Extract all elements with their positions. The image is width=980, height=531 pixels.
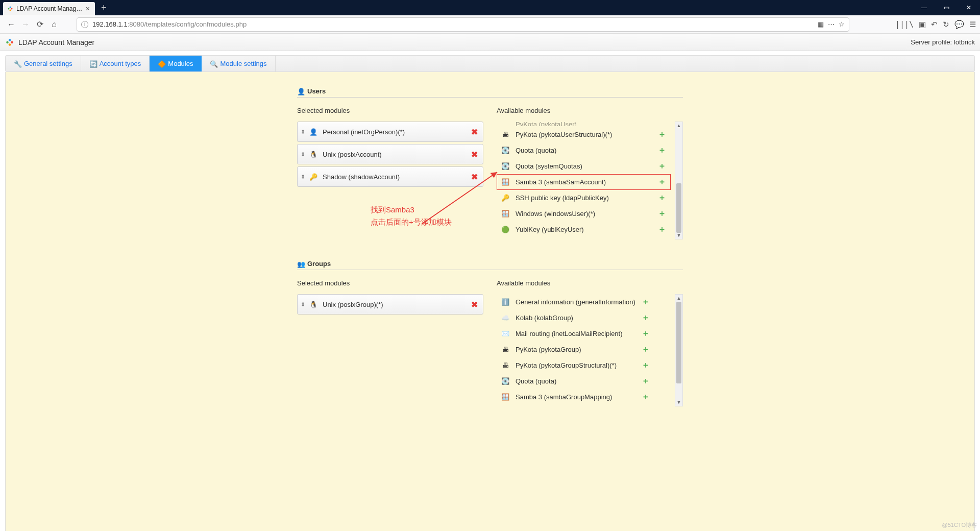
available-module-item[interactable]: 💽Quota (quota)＋ (497, 142, 671, 158)
server-profile-label: Server profile: lotbrick (911, 38, 975, 46)
drag-handle-icon[interactable]: ⇕ (301, 302, 305, 306)
bookmark-icon[interactable]: ☆ (839, 20, 845, 28)
refresh-icon[interactable]: ↻ (943, 20, 949, 29)
home-button[interactable]: ⌂ (47, 17, 61, 32)
refresh-blue-icon: 🔄 (89, 60, 96, 67)
user-section-icon: 👤 (297, 88, 304, 95)
groups-available-scrollbar[interactable]: ▲ ▼ (675, 294, 683, 406)
groups-section: 👥 Groups Selected modules ⇕🐧Unix (posixG… (297, 260, 683, 406)
new-tab-button[interactable]: + (101, 3, 107, 13)
menu-icon[interactable]: ☰ (969, 20, 976, 29)
add-module-button[interactable]: ＋ (658, 129, 667, 140)
scroll-thumb[interactable] (676, 302, 681, 383)
remove-module-button[interactable]: ✖ (471, 127, 478, 137)
minimize-button[interactable]: — (913, 0, 935, 15)
add-module-button[interactable]: ＋ (658, 145, 667, 156)
users-available-scrollbar[interactable]: ▲ ▼ (675, 122, 683, 239)
remove-module-button[interactable]: ✖ (471, 150, 478, 159)
sidebar-icon[interactable]: ▣ (919, 20, 926, 29)
more-icon[interactable]: ⋯ (828, 20, 835, 28)
available-module-item[interactable]: 🪟Samba 3 (sambaSamAccount)＋ (497, 174, 671, 190)
available-module-item[interactable]: 🪟Samba 3 (sambaGroupMapping)＋ (497, 389, 654, 405)
available-module-item[interactable]: 🖶PyKota (pykotaGroupStructural)(*)＋ (497, 357, 654, 373)
disk-icon: 💽 (501, 147, 509, 155)
available-module-item[interactable]: 🖶PyKota (pykotaGroup)＋ (497, 342, 654, 357)
maximize-button[interactable]: ▭ (935, 0, 958, 15)
tab-module-settings[interactable]: 🔍 Module settings (202, 56, 275, 71)
add-module-button[interactable]: ＋ (642, 328, 651, 339)
tab-label: Module settings (220, 60, 266, 67)
users-section: 👤 Users Selected modules ⇕👤Personal (ine… (297, 87, 683, 239)
tab-modules[interactable]: 🔶 Modules (150, 56, 202, 71)
available-module-item[interactable]: 🔑SSH public key (ldapPublicKey)＋ (497, 190, 671, 206)
available-module-item[interactable]: 💽Quota (systemQuotas)＋ (497, 158, 671, 174)
reload-button[interactable]: ⟳ (33, 17, 47, 32)
drag-handle-icon[interactable]: ⇕ (301, 175, 305, 179)
available-module-item[interactable]: 🪟Windows (windowsUser)(*)＋ (497, 206, 671, 222)
remove-module-button[interactable]: ✖ (471, 172, 478, 182)
add-module-button[interactable]: ＋ (658, 192, 667, 203)
selected-module-item[interactable]: ⇕🔑Shadow (shadowAccount)✖ (297, 166, 483, 187)
browser-tab[interactable]: LDAP Account Manager Con × (3, 2, 95, 15)
add-module-button[interactable]: ＋ (642, 344, 651, 355)
titlebar: LDAP Account Manager Con × + — ▭ ✕ (0, 0, 980, 15)
back-button[interactable]: ← (4, 17, 18, 32)
scroll-thumb[interactable] (676, 183, 681, 233)
close-button[interactable]: ✕ (958, 0, 980, 15)
drag-handle-icon[interactable]: ⇕ (301, 130, 305, 134)
modules-icon: 🔶 (158, 60, 165, 67)
forward-button[interactable]: → (18, 17, 33, 32)
available-module-item[interactable]: 🟢YubiKey (yubiKeyUser)＋ (497, 222, 671, 237)
svg-point-5 (9, 39, 11, 41)
svg-point-1 (10, 7, 11, 8)
tab-label: Account types (100, 60, 141, 67)
add-module-button[interactable]: ＋ (658, 177, 667, 187)
add-module-button[interactable]: ＋ (658, 224, 667, 235)
selected-module-item[interactable]: ⇕🐧Unix (posixAccount)✖ (297, 144, 483, 164)
selected-module-item[interactable]: ⇕👤Personal (inetOrgPerson)(*)✖ (297, 122, 483, 142)
module-settings-icon: 🔍 (210, 60, 217, 67)
add-module-button[interactable]: ＋ (642, 312, 651, 323)
available-module-item[interactable]: ℹ️General information (generalInformatio… (497, 294, 654, 310)
app-title: LDAP Account Manager (18, 38, 94, 46)
scroll-down-icon[interactable]: ▼ (675, 399, 682, 406)
chat-icon[interactable]: 💬 (954, 20, 964, 29)
site-info-icon[interactable]: i (81, 21, 88, 28)
svg-point-4 (6, 41, 9, 43)
url-bar[interactable]: i 192.168.1.1:8080/templates/config/conf… (77, 17, 849, 32)
tab-close-icon[interactable]: × (85, 5, 91, 12)
add-module-button[interactable]: ＋ (642, 360, 651, 371)
module-label: Unix (posixAccount) (323, 151, 471, 158)
qr-icon[interactable]: ▦ (818, 20, 824, 28)
available-module-item[interactable]: 🖶PyKota (pykotaUserStructural)(*)＋ (497, 127, 671, 142)
drag-handle-icon[interactable]: ⇕ (301, 152, 305, 156)
available-module-item[interactable]: ☁️Kolab (kolabGroup)＋ (497, 310, 654, 326)
add-module-button[interactable]: ＋ (658, 161, 667, 172)
kolab-icon: ☁️ (501, 314, 509, 322)
module-label: PyKota (pykotaGroupStructural)(*) (516, 361, 642, 369)
add-module-button[interactable]: ＋ (658, 208, 667, 219)
undo-icon[interactable]: ↶ (931, 20, 938, 29)
add-module-button[interactable]: ＋ (642, 392, 651, 402)
remove-module-button[interactable]: ✖ (471, 300, 478, 309)
available-module-item[interactable]: ✉️Mail routing (inetLocalMailRecipient)＋ (497, 326, 654, 342)
tab-general-settings[interactable]: 🔧 General settings (6, 56, 81, 71)
module-label: PyKota (pykotaUser) (516, 122, 658, 127)
url-host: 192.168.1.1 (92, 20, 128, 28)
module-label: Quota (quota) (516, 377, 642, 385)
scroll-down-icon[interactable]: ▼ (675, 232, 682, 239)
selected-module-item[interactable]: ⇕🐧Unix (posixGroup)(*)✖ (297, 294, 483, 315)
info-icon: ℹ️ (501, 298, 509, 306)
add-module-button[interactable]: ＋ (642, 297, 651, 307)
scroll-up-icon[interactable]: ▲ (675, 295, 682, 302)
scroll-up-icon[interactable]: ▲ (675, 122, 682, 129)
library-icon[interactable]: |||\ (895, 20, 914, 29)
tab-account-types[interactable]: 🔄 Account types (81, 56, 150, 71)
available-module-item[interactable]: PyKota (pykotaUser)＋ (497, 122, 671, 127)
page-scroll[interactable]: LDAP Account Manager Server profile: lot… (0, 34, 980, 531)
module-label: PyKota (pykotaGroup) (516, 346, 642, 353)
add-module-button[interactable]: ＋ (642, 376, 651, 387)
groups-title: 👥 Groups (297, 260, 683, 270)
available-module-item[interactable]: 💽Quota (quota)＋ (497, 373, 654, 389)
key-icon: 🔑 (501, 194, 509, 202)
